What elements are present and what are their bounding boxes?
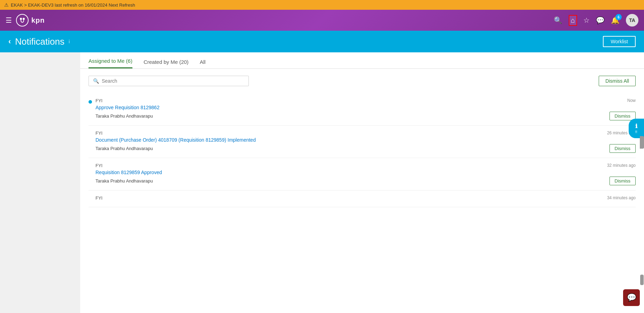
info-marker: i [69,39,70,44]
notification-sender-row: Taraka Prabhu Andhavarapu Dismiss [95,177,636,185]
tab-assigned-to-me[interactable]: Assigned to Me (6) [89,58,132,68]
notification-count: 6 [615,14,622,20]
notif-header-row: FYI 26 minutes ago [95,131,636,136]
notification-link[interactable]: Approve Requisition 8129862 [95,105,636,110]
notification-link[interactable]: Requisition 8129859 Approved [95,170,636,175]
logo-area: kpn [16,14,45,27]
notification-body: FYI 34 minutes ago [95,195,636,202]
notification-time: Now [627,98,636,103]
logo-icon [16,14,29,27]
notification-type: FYI [95,98,102,103]
notification-time: 32 minutes ago [607,163,636,168]
notification-type: FYI [95,195,102,201]
scroll-indicator[interactable] [640,275,644,285]
header-right: 🔍 ⌂ ☆ 💬 🔔 6 TA [554,14,638,27]
sender-name: Taraka Prabhu Andhavarapu [95,178,153,184]
notification-link[interactable]: Document (Purchase Order) 4018709 (Requi… [95,137,636,143]
svg-point-0 [20,18,22,20]
notification-type: FYI [95,163,102,168]
avatar[interactable]: TA [626,14,638,27]
list-item: FYI Now Approve Requisition 8129862 Tara… [89,93,636,126]
info-icon: ℹ [635,123,637,129]
bell-icon[interactable]: 🔔 6 [611,16,620,24]
main-content: Assigned to Me (6) Created by Me (20) Al… [0,52,644,313]
dismiss-all-button[interactable]: Dismiss All [599,76,636,86]
tab-all[interactable]: All [200,59,206,68]
notif-header-row: FYI 32 minutes ago [95,163,636,168]
warning-text: EKAK > EKAK-DEV3 last refresh on 16/01/2… [11,2,135,8]
notifications-header-left: ‹ Notifications i [8,36,70,47]
unread-dot [89,100,92,104]
dismiss-button[interactable]: Dismiss [610,177,636,185]
search-icon-inner: 🔍 [93,78,99,84]
notification-time: 34 minutes ago [607,195,636,200]
messages-icon[interactable]: 💬 [596,16,605,24]
page-title: Notifications [15,36,64,47]
notification-sender-row: Taraka Prabhu Andhavarapu Dismiss [95,144,636,153]
side-handle[interactable] [640,136,644,149]
notification-type: FYI [95,131,102,136]
search-input[interactable] [102,78,244,84]
notif-header-row: FYI 34 minutes ago [95,195,636,201]
chat-icon: 💬 [627,293,636,302]
chat-widget[interactable]: 💬 [623,289,640,306]
notifications-list: 🔍 Dismiss All FYI Now Approve Requisitio… [80,69,644,214]
back-arrow[interactable]: ‹ [8,37,11,46]
header-left: ☰ kpn [6,14,45,27]
widget-dots: ⠿ [635,130,638,134]
warning-bar: ⚠ EKAK > EKAK-DEV3 last refresh on 16/01… [0,0,644,10]
notification-body: FYI 32 minutes ago Requisition 8129859 A… [95,163,636,185]
tab-created-by-me[interactable]: Created by Me (20) [144,59,189,68]
notif-header-row: FYI Now [95,98,636,103]
notification-body: FYI 26 minutes ago Document (Purchase Or… [95,131,636,153]
sender-name: Taraka Prabhu Andhavarapu [95,146,153,151]
notifications-header: ‹ Notifications i Worklist [0,31,644,52]
warning-icon: ⚠ [4,2,9,8]
logo-text: kpn [31,16,45,24]
tabs-container: Assigned to Me (6) Created by Me (20) Al… [80,52,644,69]
search-box[interactable]: 🔍 [89,76,249,86]
list-item: FYI 26 minutes ago Document (Purchase Or… [89,126,636,158]
search-row: 🔍 Dismiss All [89,76,636,86]
svg-point-1 [23,18,25,20]
search-icon[interactable]: 🔍 [554,16,562,24]
sidebar-left [0,52,80,313]
content-area: Assigned to Me (6) Created by Me (20) Al… [80,52,644,313]
worklist-button[interactable]: Worklist [603,36,636,47]
notification-body: FYI Now Approve Requisition 8129862 Tara… [95,98,636,120]
hamburger-icon[interactable]: ☰ [6,16,12,24]
dismiss-button[interactable]: Dismiss [610,144,636,153]
app-header: ☰ kpn 🔍 ⌂ ☆ 💬 🔔 6 TA [0,10,644,31]
sender-name: Taraka Prabhu Andhavarapu [95,113,153,119]
list-item: FYI 34 minutes ago [89,191,636,207]
list-item: FYI 32 minutes ago Requisition 8129859 A… [89,158,636,191]
dismiss-button[interactable]: Dismiss [610,112,636,120]
info-widget[interactable]: ℹ ⠿ [629,119,644,138]
star-icon[interactable]: ☆ [583,16,590,24]
home-icon[interactable]: ⌂ [569,15,577,26]
notification-sender-row: Taraka Prabhu Andhavarapu Dismiss [95,112,636,120]
